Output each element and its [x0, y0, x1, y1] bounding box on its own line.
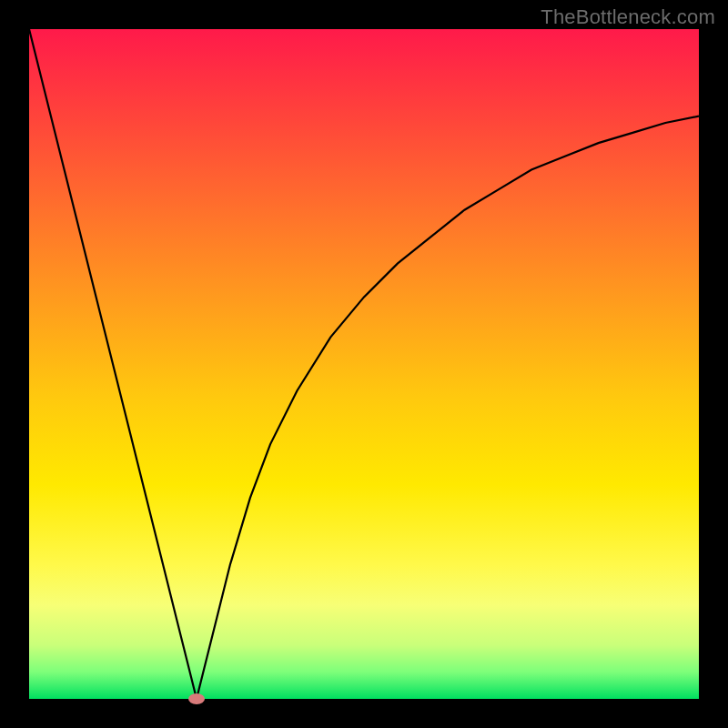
watermark-text: TheBottleneck.com [541, 5, 715, 29]
bottleneck-curve [29, 29, 699, 699]
chart-frame: TheBottleneck.com [0, 0, 728, 728]
optimum-marker [188, 693, 205, 704]
curve-path [29, 29, 699, 699]
